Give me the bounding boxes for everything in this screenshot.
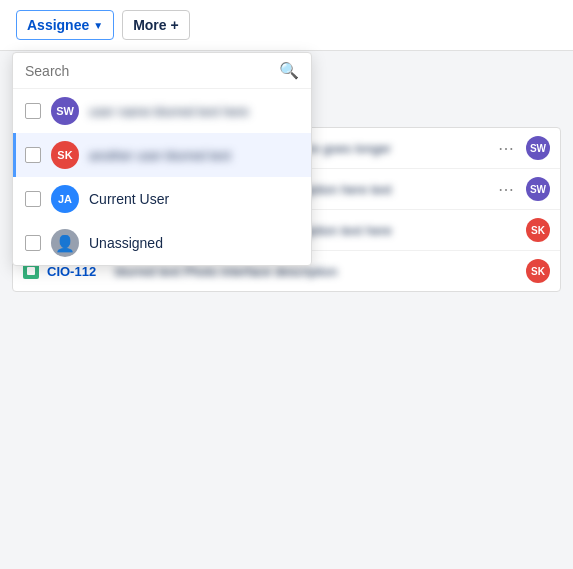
chevron-down-icon: ▼ [93,20,103,31]
svg-rect-3 [27,267,35,275]
checkbox-unassigned[interactable] [25,235,41,251]
dropdown-item-user2[interactable]: SK another user blurred text [13,133,311,177]
unassigned-label: Unassigned [89,235,299,251]
dots-menu-icon[interactable]: ⋯ [494,180,518,199]
assignee-avatar: SW [526,177,550,201]
assignee-label: Assignee [27,17,89,33]
assignee-dropdown: 🔍 SW user name blurred text here SK anot… [12,52,312,266]
search-input[interactable] [25,63,279,79]
top-bar: Assignee ▼ More + 🔍 SW user name blurred… [0,0,573,51]
assignee-avatar: SK [526,259,550,283]
currentuser-label: Current User [89,191,299,207]
checkbox-user1[interactable] [25,103,41,119]
dropdown-item-currentuser[interactable]: JA Current User [13,177,311,221]
checkbox-user2[interactable] [25,147,41,163]
more-button[interactable]: More + [122,10,190,40]
user1-label: user name blurred text here [89,104,299,119]
avatar-sk: SK [51,141,79,169]
avatar-ja: JA [51,185,79,213]
dropdown-item-unassigned[interactable]: 👤 Unassigned [13,221,311,265]
assignee-avatar: SK [526,218,550,242]
avatar-sw: SW [51,97,79,125]
avatar-un: 👤 [51,229,79,257]
assignee-button[interactable]: Assignee ▼ [16,10,114,40]
search-row: 🔍 [13,53,311,89]
more-label: More + [133,17,179,33]
search-icon: 🔍 [279,61,299,80]
user2-label: another user blurred text [89,148,299,163]
assignee-avatar: SW [526,136,550,160]
dropdown-item-user1[interactable]: SW user name blurred text here [13,89,311,133]
dots-menu-icon[interactable]: ⋯ [494,139,518,158]
checkbox-currentuser[interactable] [25,191,41,207]
